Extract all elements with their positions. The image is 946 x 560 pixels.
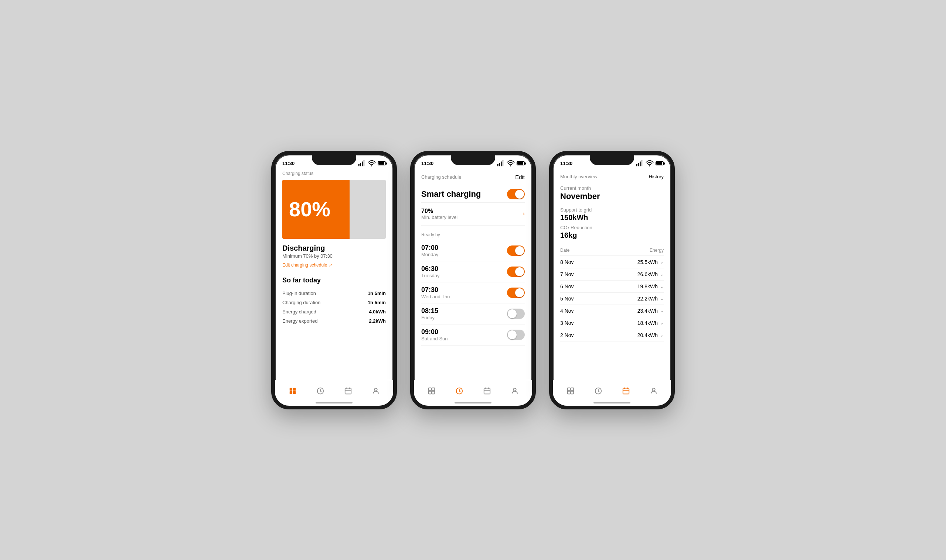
- status-icons-2: [497, 160, 525, 168]
- current-month-name: November: [560, 192, 664, 201]
- svg-rect-3: [364, 160, 365, 166]
- chevron-icon: ⌄: [660, 296, 664, 301]
- schedule-toggle[interactable]: [507, 288, 525, 298]
- nav-calendar-3[interactable]: [617, 384, 634, 398]
- nav-dashboard-2[interactable]: [423, 384, 440, 398]
- svg-rect-16: [499, 163, 500, 166]
- nav-calendar-2[interactable]: [478, 384, 495, 398]
- signal-icon-1: [358, 160, 366, 168]
- clock-icon-active-2: [455, 387, 463, 395]
- schedule-item-info: 06:30 Tuesday: [421, 265, 439, 278]
- history-row[interactable]: 6 Nov 19.8kWh ⌄: [560, 280, 664, 293]
- svg-rect-37: [567, 391, 570, 394]
- battery-level-row[interactable]: 70% Min. battery level ›: [421, 203, 525, 226]
- nav-calendar-1[interactable]: [340, 384, 356, 398]
- history-row[interactable]: 8 Nov 25.5kWh ⌄: [560, 256, 664, 268]
- history-row[interactable]: 5 Nov 22.2kWh ⌄: [560, 293, 664, 305]
- svg-rect-15: [497, 164, 498, 166]
- schedule-item-info: 07:30 Wed and Thu: [421, 286, 450, 299]
- schedule-toggle[interactable]: [507, 330, 525, 340]
- svg-rect-2: [362, 161, 363, 166]
- schedule-day: Friday: [421, 315, 438, 320]
- history-energy: 18.4kWh: [637, 320, 658, 326]
- history-energy-wrap: 23.4kWh ⌄: [637, 308, 664, 314]
- status-time-2: 11:30: [421, 161, 434, 166]
- schedule-item[interactable]: 09:00 Sat and Sun: [421, 325, 525, 346]
- nav-clock-3[interactable]: [590, 384, 607, 398]
- phone-3: 11:30 M: [549, 151, 675, 409]
- co2-value: 16kg: [560, 231, 664, 240]
- history-row[interactable]: 7 Nov 26.6kWh ⌄: [560, 268, 664, 280]
- schedule-edit-btn[interactable]: Edit: [515, 174, 525, 180]
- history-row[interactable]: 4 Nov 23.4kWh ⌄: [560, 305, 664, 317]
- svg-point-34: [649, 165, 650, 166]
- stat-label: Energy exported: [282, 318, 318, 324]
- grid-icon-active: [289, 387, 297, 395]
- nav-clock-1[interactable]: [312, 384, 329, 398]
- support-value: 150kWh: [560, 213, 664, 222]
- status-icons-1: [358, 160, 386, 168]
- stat-label: Energy charged: [282, 309, 316, 314]
- smart-charging-row: Smart charging: [421, 186, 525, 203]
- svg-rect-6: [293, 388, 295, 391]
- monthly-header: Monthly overview History: [560, 169, 664, 185]
- home-indicator-2: [455, 402, 491, 403]
- nav-person-1[interactable]: [367, 384, 384, 398]
- charging-status-label: Discharging: [282, 244, 386, 252]
- svg-rect-0: [358, 164, 360, 166]
- schedule-item[interactable]: 08:15 Friday: [421, 303, 525, 325]
- screen-3: Monthly overview History Current month N…: [553, 169, 671, 383]
- chevron-icon: ⌄: [660, 332, 664, 338]
- battery-orange-fill: 80%: [282, 180, 350, 239]
- grid-section: Support to grid 150kWh: [560, 207, 664, 222]
- svg-rect-36: [571, 388, 573, 391]
- battery-level-sub: Min. battery level: [421, 214, 457, 220]
- svg-rect-18: [503, 160, 504, 166]
- history-energy-wrap: 18.4kWh ⌄: [637, 320, 664, 326]
- schedule-item-info: 08:15 Friday: [421, 307, 438, 320]
- stat-row: Plug-in duration 1h 5min: [282, 289, 386, 298]
- svg-point-19: [510, 165, 511, 166]
- stat-value: 1h 5min: [368, 291, 386, 296]
- history-date: 5 Nov: [560, 296, 574, 302]
- status-icons-3: [636, 160, 664, 168]
- svg-rect-30: [636, 164, 637, 166]
- svg-rect-32: [640, 161, 641, 166]
- schedule-toggle[interactable]: [507, 246, 525, 256]
- smart-charging-toggle[interactable]: [507, 189, 525, 199]
- schedule-item[interactable]: 07:00 Monday: [421, 240, 525, 262]
- battery-level-pct: 70%: [421, 208, 457, 214]
- nav-dashboard-3[interactable]: [562, 384, 579, 398]
- schedule-toggle[interactable]: [507, 309, 525, 319]
- nav-person-2[interactable]: [506, 384, 523, 398]
- svg-rect-10: [345, 388, 351, 394]
- wifi-icon-3: [645, 160, 654, 168]
- schedule-header: Charging schedule Edit: [421, 169, 525, 186]
- svg-point-14: [374, 388, 377, 391]
- schedule-item-info: 07:00 Monday: [421, 244, 438, 257]
- stat-row: Energy exported 2.2kWh: [282, 316, 386, 326]
- nav-dashboard-1[interactable]: [284, 384, 301, 398]
- history-energy-wrap: 19.8kWh ⌄: [637, 283, 664, 289]
- history-energy: 22.2kWh: [637, 296, 658, 302]
- history-date: 4 Nov: [560, 308, 574, 314]
- support-label: Support to grid: [560, 207, 664, 212]
- nav-clock-2[interactable]: [451, 384, 468, 398]
- battery-gray-fill: [350, 180, 386, 239]
- schedule-items: 07:00 Monday 06:30 Tuesday 07:30 Wed and…: [421, 240, 525, 346]
- svg-rect-20: [428, 388, 431, 391]
- signal-icon-3: [636, 160, 644, 168]
- edit-schedule-link[interactable]: Edit charging schedule ↗: [282, 263, 386, 268]
- schedule-toggle[interactable]: [507, 266, 525, 277]
- battery-percentage: 80%: [289, 197, 330, 221]
- history-date: 2 Nov: [560, 332, 574, 338]
- battery-level-left: 70% Min. battery level: [421, 208, 457, 220]
- schedule-item[interactable]: 07:30 Wed and Thu: [421, 282, 525, 303]
- history-button[interactable]: History: [649, 174, 664, 179]
- history-row[interactable]: 2 Nov 20.4kWh ⌄: [560, 329, 664, 342]
- nav-person-3[interactable]: [645, 384, 662, 398]
- person-icon-1: [372, 387, 380, 395]
- current-month-label: Current month: [560, 185, 664, 191]
- schedule-item[interactable]: 06:30 Tuesday: [421, 262, 525, 282]
- history-row[interactable]: 3 Nov 18.4kWh ⌄: [560, 317, 664, 329]
